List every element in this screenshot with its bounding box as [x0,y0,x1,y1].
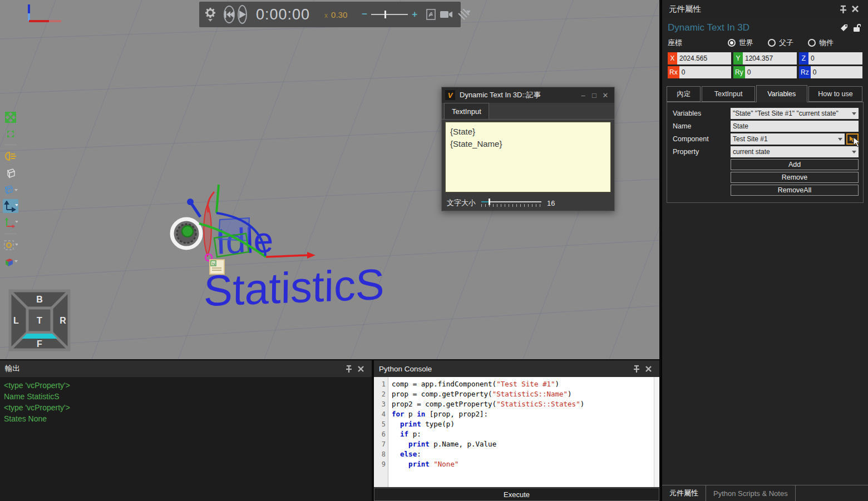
component-properties-panel: 元件屬性 Dynamic Text In 3D 座標 世界父子物件 X2024.… [661,0,868,501]
form-row: NameState [669,121,859,132]
view-cube-left[interactable]: L [13,316,19,325]
fit-selected-button[interactable] [3,127,18,141]
form-row: Propertycurrent state [669,146,859,157]
dynamic-text-input[interactable]: {State}{State_Name} [445,122,611,192]
lighting-button[interactable] [3,149,18,163]
coordinate-input[interactable]: 0 [811,66,862,78]
add-button[interactable]: Add [731,159,859,170]
property-dropdown[interactable]: current state [731,146,859,157]
coordinate-cell: Rx0 [668,66,731,78]
output-panel-header[interactable]: 輸出 [0,360,372,377]
dialog-titlebar[interactable]: V Dynamic Text In 3D::記事 – □ ✕ [442,87,614,103]
coordinate-mode-radio[interactable]: 父子 [768,38,793,48]
gizmo-red-axis[interactable] [266,255,307,257]
coordinate-frame-button[interactable] [3,255,18,269]
view-cube-right[interactable]: R [60,316,66,325]
view-cube-highlight-face[interactable] [22,334,57,339]
maximize-button[interactable]: □ [589,91,600,100]
speed-slider[interactable]: − + [362,9,417,20]
unlock-icon[interactable] [850,23,862,32]
properties-panel-header[interactable]: 元件屬性 [662,0,868,18]
record-video-icon[interactable] [440,11,453,18]
move-tool-button-selected[interactable] [3,199,18,213]
tab-textinput[interactable]: TextInput [444,103,489,119]
selection-mode-button[interactable] [3,238,18,252]
render-mode-button[interactable] [3,166,18,180]
coordinate-input[interactable]: 0 [745,66,797,78]
view-cube-back[interactable]: B [36,295,43,304]
coordinate-input[interactable]: 1204.357 [743,52,797,65]
pin-icon[interactable] [837,5,849,13]
output-panel-title: 輸出 [5,364,20,374]
component-dropdown[interactable]: Test Site #1 [731,133,845,145]
radio-label: 物件 [819,38,834,48]
code-editor[interactable]: 123456789 comp = app.findComponent("Test… [374,377,659,487]
form-label: Component [669,135,731,143]
fit-all-button[interactable] [3,110,18,124]
component-name: Dynamic Text In 3D [668,22,838,33]
rewind-button[interactable] [224,6,235,23]
pin-icon[interactable] [342,365,354,373]
close-icon[interactable] [354,366,367,372]
close-icon[interactable] [642,366,654,372]
font-size-label: 文字大小 [447,198,476,208]
pin-icon[interactable] [630,365,642,373]
view-cube-top[interactable]: T [37,316,42,325]
axis-tool-button[interactable] [3,216,18,230]
view-cube[interactable]: B L T R F [8,289,71,351]
simulation-settings-button[interactable] [205,8,216,22]
view-cube-front[interactable]: F [37,339,42,349]
speed-slider-track[interactable] [371,14,408,15]
coordinate-mode-radio[interactable]: 世界 [728,38,753,48]
output-log[interactable]: <type 'vcProperty'>Name StatisticS<type … [0,377,372,427]
console-panel-header[interactable]: Python Console [374,360,659,377]
coordinate-input[interactable]: 0 [679,66,731,78]
form-row: Variables"State" "Test Site #1" "current… [669,108,859,119]
close-button[interactable]: ✕ [600,91,611,100]
property-tabs: 內定TextInputVariablesHow to use [662,78,868,102]
tab-textinput[interactable]: TextInput [702,86,754,102]
bottom-tab-python-scripts[interactable]: Python Scripts & Notes [706,485,796,501]
code-content[interactable]: comp = app.findComponent("Test Site #1")… [388,377,659,487]
font-size-slider[interactable] [481,199,541,207]
divider [4,234,17,234]
removeall-button[interactable]: RemoveAll [731,185,859,196]
variables-tab-content: Variables"State" "Test Site #1" "current… [667,102,864,203]
variables-dropdown[interactable]: "State" "Test Site #1" "current state" [731,108,859,119]
speed-decrease-icon[interactable]: − [362,9,367,20]
speed-increase-icon[interactable]: + [412,9,417,20]
scrollbar[interactable] [654,377,659,487]
minimize-button[interactable]: – [578,91,589,100]
code-line: prop = comp.getProperty("StatisticS::Nam… [392,389,659,399]
bottom-tab-properties[interactable]: 元件屬性 [662,485,706,501]
grid-snap-button[interactable] [3,182,18,196]
note-object-icon[interactable]: N [209,259,225,275]
play-button[interactable] [238,5,247,24]
speed-slider-handle[interactable] [384,11,386,18]
axis-badge: Ry [733,66,745,78]
output-line: States None [4,413,368,424]
coordinate-input[interactable]: 2024.565 [677,52,731,65]
render-animation-icon[interactable] [458,9,471,20]
app-logo-icon: V [445,90,455,100]
dynamic-text-dialog[interactable]: V Dynamic Text In 3D::記事 – □ ✕ TextInput… [441,87,615,211]
pdf-export-icon[interactable] [426,9,436,20]
move-gizmo[interactable] [161,178,328,284]
tab-內定[interactable]: 內定 [667,86,701,102]
tag-icon[interactable] [838,23,850,32]
chevron-down-icon [14,189,18,191]
remove-button[interactable]: Remove [731,172,859,183]
dropdown-arrow-icon [852,151,856,153]
coordinate-mode-radio[interactable]: 物件 [808,38,834,48]
radio-label: 父子 [779,38,793,48]
execute-button[interactable]: Execute [374,488,659,501]
name-input[interactable]: State [731,121,859,132]
svg-text:N: N [212,261,215,266]
tab-variables[interactable]: Variables [756,85,807,102]
gear-icon [205,8,216,19]
coordinate-input[interactable]: 0 [808,52,862,65]
close-icon[interactable] [849,6,861,12]
gizmo-red-lens[interactable] [204,204,211,256]
tab-how-to-use[interactable]: How to use [808,86,862,102]
gizmo-green-axis[interactable] [216,185,219,213]
